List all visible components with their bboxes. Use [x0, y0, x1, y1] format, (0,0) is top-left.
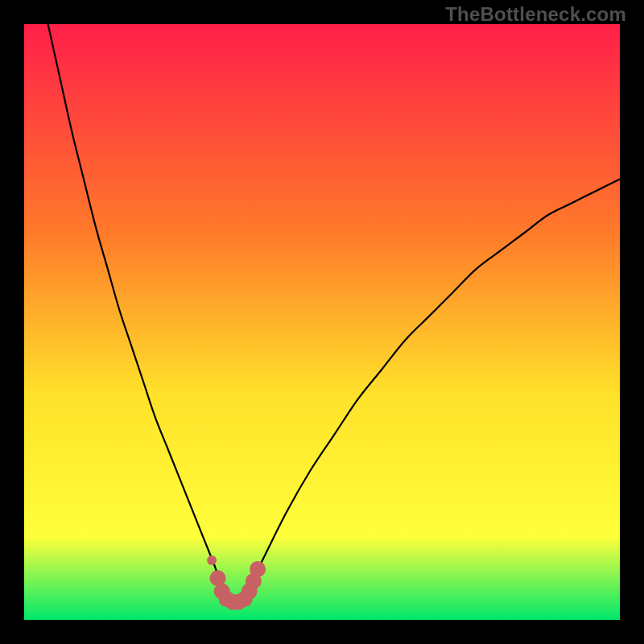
- plot-area: [24, 24, 620, 620]
- gradient-background: [24, 24, 620, 620]
- highlight-marker: [207, 555, 217, 565]
- bottleneck-chart: [24, 24, 620, 620]
- highlight-marker: [250, 561, 266, 577]
- outer-frame: TheBottleneck.com: [0, 0, 644, 644]
- watermark-label: TheBottleneck.com: [445, 3, 626, 26]
